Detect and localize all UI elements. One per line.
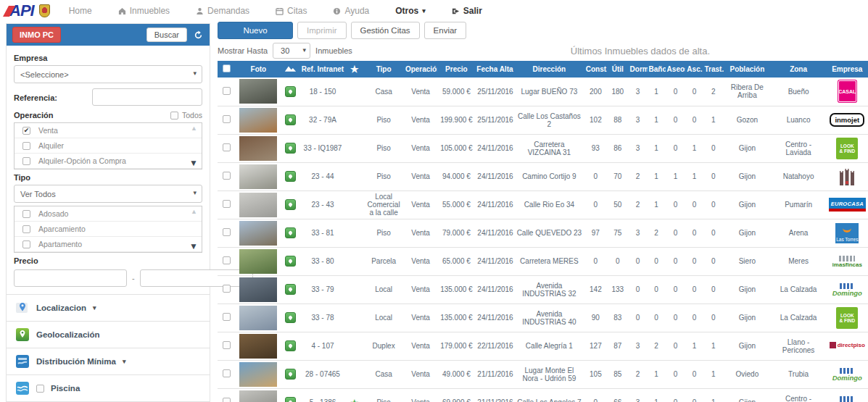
tipo-option[interactable]: Adosado [15, 206, 202, 222]
property-photo[interactable] [239, 193, 277, 217]
empresa-select[interactable]: <Seleccione> [14, 65, 202, 83]
table-row[interactable]: 33 - 81PisoVenta79.000 €24/11/2016Calle … [218, 219, 868, 247]
table-row[interactable]: 32 - 79APisoVenta199.900 €25/11/2016Call… [218, 106, 868, 134]
nav-item-inmuebles[interactable]: Inmuebles [118, 6, 170, 16]
table-row[interactable]: 4 - 107DuplexVenta179.000 €22/11/2016Cal… [218, 332, 868, 360]
nav-item-demandas[interactable]: Demandas [196, 6, 249, 16]
row-checkbox[interactable] [223, 115, 231, 123]
nav-item-ayuda[interactable]: Ayuda [333, 6, 369, 16]
map-marker-icon[interactable] [285, 114, 296, 125]
referencia-input[interactable] [92, 88, 202, 106]
table-row[interactable]: 33 - 79LocalVenta135.000 €24/11/2016Aven… [218, 275, 868, 303]
row-checkbox[interactable] [223, 285, 231, 293]
property-photo[interactable] [239, 108, 277, 133]
calendar-icon [276, 7, 284, 15]
person-icon [196, 7, 204, 15]
operacion-option[interactable]: Alquiler-Opción a Compra [15, 154, 202, 169]
map-marker-icon[interactable] [285, 227, 296, 238]
nav-item-citas[interactable]: Citas [276, 6, 307, 16]
section-distribuci-n-m-nima[interactable]: Distribución Mínima▾ [7, 348, 210, 374]
gestion-citas-button[interactable]: Gestión Citas [351, 22, 420, 39]
row-checkbox[interactable] [223, 256, 231, 264]
nav-item-otros[interactable]: Otros▾ [395, 6, 426, 16]
row-checkbox[interactable] [223, 369, 231, 377]
section-geolocalizaci-n[interactable]: Geolocalización [7, 321, 210, 348]
scroll-down-icon[interactable]: ▼ [189, 241, 198, 251]
foto-cell [236, 190, 281, 219]
tipo-option[interactable]: Aparcamiento [15, 222, 202, 237]
map-marker-icon[interactable] [285, 199, 296, 210]
poblacion: Gijon [724, 275, 770, 303]
section-localizacion[interactable]: Localizacion▾ [7, 294, 210, 321]
property-photo[interactable] [239, 249, 277, 274]
property-photo[interactable] [239, 136, 277, 161]
page-title: Últimos Inmuebles dados de alta. [571, 46, 710, 56]
operacion-option[interactable]: Alquiler [15, 138, 202, 154]
row-checkbox[interactable] [223, 87, 231, 95]
operacion-checkbox[interactable] [22, 142, 30, 150]
map-marker-icon[interactable] [285, 284, 296, 295]
tipo-option[interactable]: Apartamento [15, 237, 202, 252]
row-checkbox[interactable] [223, 228, 231, 236]
todos-checkbox[interactable] [170, 112, 178, 120]
nuevo-button[interactable]: Nuevo [218, 22, 293, 39]
row-checkbox[interactable] [223, 341, 231, 349]
property-photo[interactable] [239, 390, 277, 402]
piscina-checkbox[interactable] [36, 385, 44, 393]
scroll-up-icon[interactable]: ▲ [191, 125, 197, 132]
tipo-select[interactable]: Ver Todos [14, 185, 202, 203]
table-row[interactable]: 5 - 1386★PisoVenta69.900 €21/11/2016Call… [218, 388, 868, 402]
operacion-checkbox[interactable] [22, 157, 30, 165]
scroll-down-icon[interactable]: ▼ [189, 158, 198, 168]
map-marker-icon[interactable] [285, 312, 296, 323]
table-row[interactable]: 33 - IQ1987PisoVenta105.000 €24/11/2016C… [218, 134, 868, 162]
tipo: Parcela [363, 247, 404, 275]
tipo-checkbox[interactable] [22, 240, 30, 248]
imprimir-button[interactable]: Imprimir [297, 22, 347, 39]
map-marker-icon[interactable] [285, 256, 296, 267]
refresh-icon[interactable] [193, 30, 204, 41]
table-row[interactable]: 18 - 150CasaVenta59.000 €25/11/2016Lugar… [218, 78, 868, 106]
property-photo[interactable] [239, 334, 277, 359]
table-row[interactable]: 33 - 78LocalVenta135.000 €24/11/2016Aven… [218, 303, 868, 332]
zona: Centro - Jesuitas [771, 388, 827, 402]
property-photo[interactable] [239, 164, 277, 189]
scroll-up-icon[interactable]: ▲ [191, 208, 197, 215]
property-photo[interactable] [239, 362, 277, 387]
operacion: Venta [404, 219, 438, 247]
app-logo[interactable]: API [6, 1, 50, 20]
operacion-checkbox[interactable] [22, 127, 30, 135]
enviar-button[interactable]: Enviar [424, 22, 467, 39]
table-row[interactable]: 23 - 44PisoVenta94.000 €24/11/2016Camino… [218, 162, 868, 190]
property-photo[interactable] [239, 277, 277, 302]
table-row[interactable]: 28 - 07465CasaVenta49.000 €21/11/2016Lug… [218, 360, 868, 388]
property-photo[interactable] [239, 306, 277, 330]
select-all-checkbox[interactable] [223, 64, 231, 72]
property-photo[interactable] [239, 221, 277, 246]
precio-min-input[interactable] [14, 269, 127, 287]
map-marker-icon[interactable] [285, 397, 296, 402]
operacion-option[interactable]: Venta [15, 123, 202, 138]
operacion: Venta [404, 247, 438, 275]
row-checkbox[interactable] [223, 200, 231, 208]
buscar-button[interactable]: Buscar [146, 28, 187, 42]
row-checkbox[interactable] [223, 313, 231, 321]
map-marker-icon[interactable] [285, 86, 296, 97]
row-checkbox[interactable] [223, 143, 231, 151]
inmo-pc-button[interactable]: INMO PC [12, 27, 61, 43]
section-piscina[interactable]: Piscina [7, 374, 210, 401]
page-size-select[interactable]: 30 [273, 43, 310, 59]
nav-item-salir[interactable]: Salir [452, 6, 482, 16]
map-marker-icon[interactable] [285, 143, 296, 154]
property-photo[interactable] [239, 79, 277, 104]
map-marker-icon[interactable] [285, 340, 296, 351]
row-checkbox[interactable] [223, 172, 231, 180]
tipo-checkbox[interactable] [22, 225, 30, 233]
row-checkbox[interactable] [223, 398, 231, 402]
nav-item-home[interactable]: Home [69, 6, 92, 16]
table-row[interactable]: 33 - 80ParcelaVenta65.000 €24/11/2016Car… [218, 247, 868, 275]
table-row[interactable]: 23 - 43Local Comercial a la calleVenta55… [218, 190, 868, 219]
tipo-checkbox[interactable] [22, 210, 30, 218]
map-marker-icon[interactable] [285, 369, 296, 380]
map-marker-icon[interactable] [285, 171, 296, 182]
